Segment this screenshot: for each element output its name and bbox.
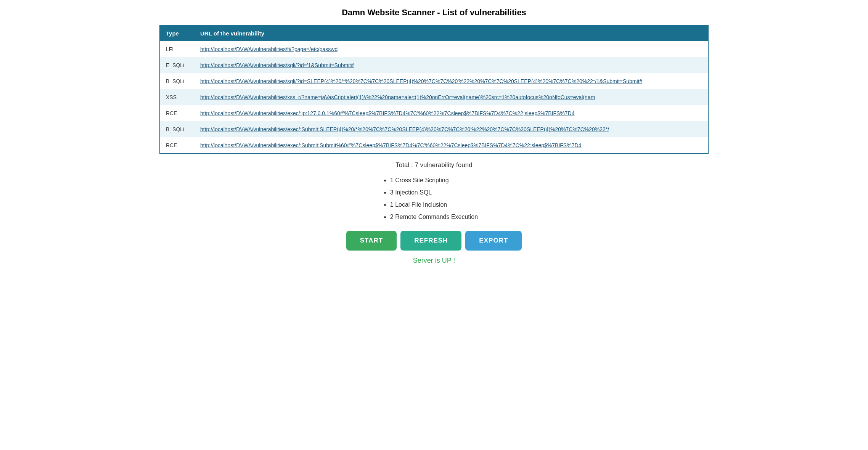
table-row: B_SQLihttp://localhost/DVWA/vulnerabilit… — [160, 73, 708, 89]
summary-list-item: 1 Local File Inclusion — [390, 199, 478, 211]
table-row: E_SQLihttp://localhost/DVWA/vulnerabilit… — [160, 57, 708, 73]
summary-list-item: 3 Injection SQL — [390, 186, 478, 199]
summary-list-item: 2 Remote Commands Execution — [390, 211, 478, 223]
cell-url: http://localhost/DVWA/vulnerabilities/ex… — [194, 137, 708, 153]
cell-url: http://localhost/DVWA/vulnerabilities/ex… — [194, 105, 708, 121]
cell-type: RCE — [160, 105, 194, 121]
server-status: Server is UP ! — [8, 257, 860, 265]
vulnerability-link[interactable]: http://localhost/DVWA/vulnerabilities/sq… — [200, 62, 354, 68]
col-header-type: Type — [160, 26, 194, 41]
vulnerability-link[interactable]: http://localhost/DVWA/vulnerabilities/ex… — [200, 142, 581, 148]
vulnerability-link[interactable]: http://localhost/DVWA/vulnerabilities/ex… — [200, 126, 609, 132]
cell-url: http://localhost/DVWA/vulnerabilities/sq… — [194, 73, 708, 89]
cell-type: XSS — [160, 89, 194, 105]
action-buttons-row: START REFRESH EXPORT — [8, 231, 860, 251]
cell-url: http://localhost/DVWA/vulnerabilities/ex… — [194, 121, 708, 137]
cell-type: RCE — [160, 137, 194, 153]
vulnerability-link[interactable]: http://localhost/DVWA/vulnerabilities/sq… — [200, 78, 642, 84]
table-row: B_SQLihttp://localhost/DVWA/vulnerabilit… — [160, 121, 708, 137]
summary-list: 1 Cross Site Scripting3 Injection SQL1 L… — [390, 174, 478, 223]
table-row: XSShttp://localhost/DVWA/vulnerabilities… — [160, 89, 708, 105]
table-header-row: Type URL of the vulnerability — [160, 26, 708, 41]
vulnerability-link[interactable]: http://localhost/DVWA/vulnerabilities/ex… — [200, 110, 574, 116]
table-row: RCEhttp://localhost/DVWA/vulnerabilities… — [160, 137, 708, 153]
vulnerability-link[interactable]: http://localhost/DVWA/vulnerabilities/xs… — [200, 94, 595, 100]
cell-type: B_SQLi — [160, 73, 194, 89]
page-title: Damn Website Scanner - List of vulnerabi… — [8, 8, 860, 18]
table-row: LFIhttp://localhost/DVWA/vulnerabilities… — [160, 41, 708, 57]
cell-type: B_SQLi — [160, 121, 194, 137]
export-button[interactable]: EXPORT — [465, 231, 522, 251]
col-header-url: URL of the vulnerability — [194, 26, 708, 41]
cell-type: E_SQLi — [160, 57, 194, 73]
cell-url: http://localhost/DVWA/vulnerabilities/xs… — [194, 89, 708, 105]
summary-list-item: 1 Cross Site Scripting — [390, 174, 478, 186]
vulnerabilities-table: Type URL of the vulnerability LFIhttp://… — [160, 26, 708, 153]
refresh-button[interactable]: REFRESH — [400, 231, 461, 251]
cell-url: http://localhost/DVWA/vulnerabilities/fi… — [194, 41, 708, 57]
summary-total: Total : 7 vulnerability found — [8, 161, 860, 169]
vulnerability-link[interactable]: http://localhost/DVWA/vulnerabilities/fi… — [200, 46, 338, 52]
vulnerabilities-table-container: Type URL of the vulnerability LFIhttp://… — [159, 25, 709, 154]
start-button[interactable]: START — [346, 231, 397, 251]
cell-url: http://localhost/DVWA/vulnerabilities/sq… — [194, 57, 708, 73]
table-row: RCEhttp://localhost/DVWA/vulnerabilities… — [160, 105, 708, 121]
cell-type: LFI — [160, 41, 194, 57]
summary-section: Total : 7 vulnerability found 1 Cross Si… — [8, 161, 860, 223]
